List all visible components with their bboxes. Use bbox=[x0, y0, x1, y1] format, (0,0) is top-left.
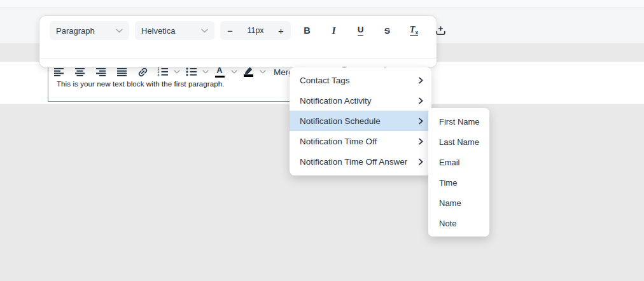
menu-item-label: Notification Activity bbox=[300, 96, 372, 106]
align-left-button[interactable] bbox=[48, 62, 69, 81]
menu-item-notification-time-off[interactable]: Notification Time Off bbox=[290, 131, 431, 151]
chevron-right-icon bbox=[419, 158, 423, 165]
menu-item-notification-schedule[interactable]: Notification Schedule bbox=[290, 111, 431, 131]
clear-formatting-button[interactable]: Tx bbox=[403, 21, 424, 40]
strikethrough-button[interactable]: S bbox=[377, 21, 398, 40]
underline-button[interactable]: U bbox=[350, 21, 371, 40]
rich-text-toolbar: Paragraph Helvetica − 11px + B I bbox=[39, 16, 437, 67]
font-family-value: Helvetica bbox=[141, 26, 175, 36]
ordered-list-options-chevron[interactable] bbox=[171, 62, 182, 81]
menu-item-label: Notification Time Off Answer bbox=[300, 157, 407, 167]
align-justify-icon bbox=[117, 68, 127, 76]
merge-tags-menu: Contact Tags Notification Activity Notif… bbox=[290, 67, 431, 175]
submenu-item-label: Email bbox=[439, 158, 460, 167]
bullet-list-icon bbox=[186, 67, 197, 76]
chevron-down-icon bbox=[201, 29, 208, 33]
chevron-right-icon bbox=[419, 138, 423, 145]
strikethrough-icon: S bbox=[384, 26, 390, 36]
chevron-right-icon bbox=[419, 118, 423, 125]
text-color-button[interactable]: A bbox=[211, 62, 228, 81]
ordered-list-icon: 123 bbox=[157, 67, 168, 76]
align-center-icon bbox=[75, 68, 85, 76]
increase-font-size-button[interactable]: + bbox=[271, 25, 291, 36]
paragraph-format-select[interactable]: Paragraph bbox=[50, 21, 129, 40]
align-right-button[interactable] bbox=[90, 62, 111, 81]
highlight-pen-icon bbox=[243, 67, 253, 76]
text-color-swatch bbox=[215, 76, 225, 78]
toolbar-row-1: Paragraph Helvetica − 11px + B I bbox=[50, 21, 451, 40]
menu-item-label: Notification Time Off bbox=[300, 137, 377, 146]
decrease-font-size-button[interactable]: − bbox=[220, 25, 240, 36]
font-family-select[interactable]: Helvetica bbox=[135, 21, 214, 40]
bullet-list-button[interactable] bbox=[182, 62, 200, 81]
submenu-item-name[interactable]: Name bbox=[428, 193, 489, 213]
text-color-options-chevron[interactable] bbox=[228, 62, 239, 81]
highlight-color-options-chevron[interactable] bbox=[257, 62, 268, 81]
bullet-list-options-chevron[interactable] bbox=[200, 62, 211, 81]
submenu-item-email[interactable]: Email bbox=[428, 152, 489, 172]
submenu-item-last-name[interactable]: Last Name bbox=[428, 132, 489, 152]
email-editor-screen: This is your new text block with the fir… bbox=[0, 0, 644, 281]
submenu-item-first-name[interactable]: First Name bbox=[428, 111, 489, 132]
submenu-item-label: Note bbox=[439, 219, 456, 228]
paragraph-format-value: Paragraph bbox=[56, 26, 95, 36]
submenu-item-label: First Name bbox=[439, 117, 480, 127]
menu-item-notification-activity[interactable]: Notification Activity bbox=[290, 90, 431, 111]
align-center-button[interactable] bbox=[69, 62, 90, 81]
highlight-color-swatch bbox=[244, 74, 253, 76]
submenu-item-label: Time bbox=[439, 178, 457, 188]
text-color-icon: A bbox=[215, 66, 225, 78]
menu-item-contact-tags[interactable]: Contact Tags bbox=[290, 70, 431, 90]
submenu-item-time[interactable]: Time bbox=[428, 172, 489, 193]
align-left-icon bbox=[54, 68, 64, 76]
submenu-item-note[interactable]: Note bbox=[428, 213, 489, 233]
chevron-right-icon bbox=[419, 77, 423, 84]
clear-formatting-icon: Tx bbox=[410, 25, 418, 36]
insert-link-button[interactable] bbox=[132, 62, 153, 81]
insert-template-button[interactable] bbox=[430, 21, 451, 40]
plus-tray-icon bbox=[435, 26, 446, 36]
svg-text:3: 3 bbox=[157, 73, 159, 76]
underline-icon: U bbox=[358, 25, 364, 36]
toolbar-divider bbox=[40, 58, 436, 59]
page-top-strip bbox=[0, 0, 644, 8]
font-size-value: 11px bbox=[240, 26, 271, 35]
menu-item-label: Notification Schedule bbox=[300, 116, 381, 126]
bold-icon: B bbox=[304, 25, 310, 36]
menu-item-label: Contact Tags bbox=[300, 76, 350, 85]
chevron-down-icon bbox=[116, 29, 123, 33]
bold-button[interactable]: B bbox=[297, 21, 318, 40]
chevron-right-icon bbox=[419, 97, 423, 104]
notification-schedule-submenu: First Name Last Name Email Time Name Not… bbox=[428, 108, 489, 236]
submenu-item-label: Last Name bbox=[439, 137, 479, 147]
italic-icon: I bbox=[332, 25, 335, 36]
submenu-item-label: Name bbox=[439, 198, 461, 208]
font-size-stepper: − 11px + bbox=[220, 21, 291, 40]
italic-button[interactable]: I bbox=[323, 21, 344, 40]
ordered-list-button[interactable]: 123 bbox=[153, 62, 171, 81]
menu-item-notification-time-off-answer[interactable]: Notification Time Off Answer bbox=[290, 151, 431, 172]
link-icon bbox=[137, 67, 148, 78]
align-right-icon bbox=[96, 68, 106, 76]
highlight-color-button[interactable] bbox=[239, 62, 257, 81]
align-justify-button[interactable] bbox=[111, 62, 132, 81]
